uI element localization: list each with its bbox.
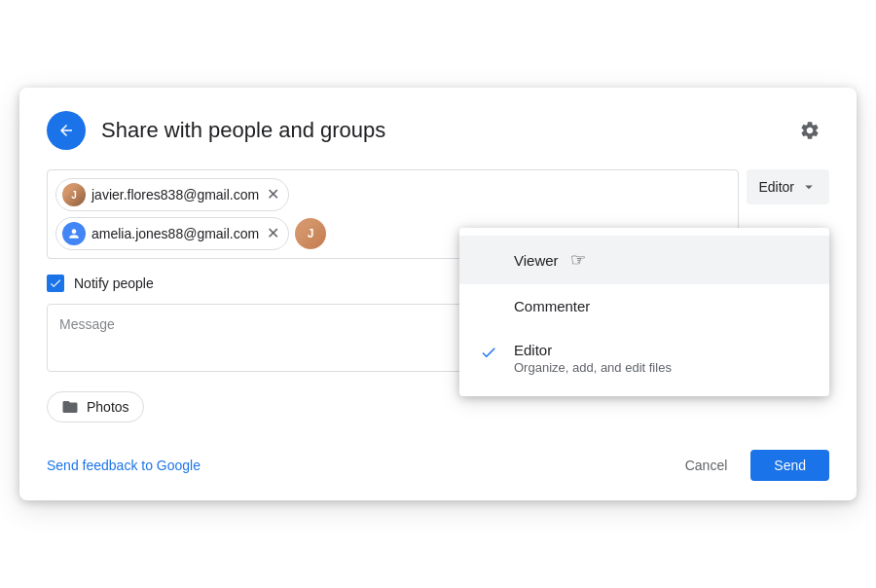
notify-checkbox[interactable] <box>47 275 64 292</box>
folder-name: Photos <box>87 399 129 415</box>
cancel-button[interactable]: Cancel <box>670 450 744 481</box>
dialog-header: Share with people and groups <box>47 111 829 150</box>
commenter-text: Commenter <box>514 298 810 314</box>
chip-1-remove[interactable]: ✕ <box>265 187 280 202</box>
dropdown-item-editor[interactable]: Editor Organize, add, and edit files <box>459 328 829 388</box>
chip-1-avatar: J <box>62 183 86 206</box>
role-label: Editor <box>758 179 794 195</box>
folder-chip[interactable]: Photos <box>47 391 144 423</box>
chip-2-avatar <box>62 222 86 245</box>
dialog-footer: Send feedback to Google Cancel Send <box>47 450 829 481</box>
message-placeholder: Message <box>59 316 115 332</box>
dropdown-item-viewer[interactable]: Viewer ☞ <box>459 236 829 284</box>
role-dropdown-button[interactable]: Editor <box>747 169 829 204</box>
folder-icon <box>61 398 79 416</box>
role-dropdown: Viewer ☞ Commenter <box>459 228 829 396</box>
settings-button[interactable] <box>790 111 829 150</box>
chip-1-email: javier.flores838@gmail.com <box>91 187 259 202</box>
cursor-icon: ☞ <box>570 249 586 271</box>
chip-1: J javier.flores838@gmail.com ✕ <box>55 178 289 211</box>
avatar-preview: J <box>295 218 326 249</box>
editor-desc: Organize, add, and edit files <box>514 360 810 375</box>
commenter-check <box>479 298 498 300</box>
viewer-text: Viewer ☞ <box>514 249 810 271</box>
chip-2: amelia.jones88@gmail.com ✕ <box>55 217 289 250</box>
editor-check <box>479 342 498 361</box>
back-button[interactable] <box>47 111 86 150</box>
viewer-check <box>479 249 498 251</box>
people-input-area: J javier.flores838@gmail.com ✕ amelia.jo… <box>47 169 829 259</box>
editor-label: Editor <box>514 342 810 358</box>
share-dialog: Share with people and groups J javier.fl… <box>19 88 857 500</box>
dropdown-item-commenter[interactable]: Commenter <box>459 284 829 328</box>
editor-text: Editor Organize, add, and edit files <box>514 342 810 375</box>
chip-2-remove[interactable]: ✕ <box>265 226 280 241</box>
commenter-label: Commenter <box>514 298 810 314</box>
viewer-label: Viewer ☞ <box>514 249 810 271</box>
dialog-title: Share with people and groups <box>101 118 790 143</box>
feedback-link[interactable]: Send feedback to Google <box>47 458 670 473</box>
send-button[interactable]: Send <box>750 450 829 481</box>
notify-label: Notify people <box>74 276 154 291</box>
chip-2-email: amelia.jones88@gmail.com <box>91 226 259 241</box>
